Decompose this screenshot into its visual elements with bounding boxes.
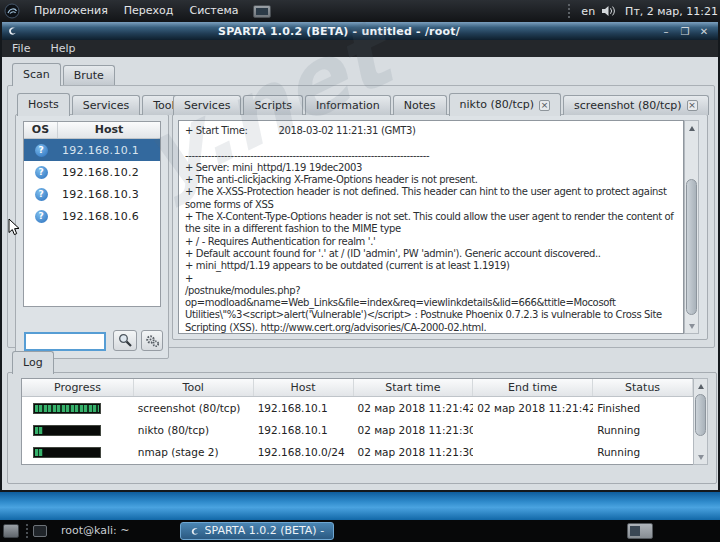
scroll-down-icon[interactable] bbox=[685, 319, 698, 333]
log-col-start[interactable]: Start time bbox=[354, 379, 474, 396]
taskbar-grip bbox=[26, 524, 29, 538]
screenshot-applet-icon[interactable] bbox=[253, 5, 271, 18]
menu-places[interactable]: Переход bbox=[116, 0, 182, 22]
log-scrollbar[interactable] bbox=[693, 378, 708, 465]
hosts-filter-input[interactable] bbox=[24, 332, 106, 351]
detail-scrollbar-thumb[interactable] bbox=[686, 179, 697, 315]
detail-scrollbar[interactable] bbox=[684, 120, 699, 334]
tab-brute-label: Brute bbox=[74, 66, 104, 85]
scroll-up-icon[interactable] bbox=[685, 121, 698, 135]
detail-panel: + Start Time: 2018-03-02 11:21:31 (GMT3)… bbox=[172, 114, 708, 340]
close-button[interactable]: ✕ bbox=[698, 26, 710, 37]
window-titlebar[interactable]: SPARTA 1.0.2 (BETA) - untitled - /root/ … bbox=[2, 22, 718, 40]
host-address: 192.168.10.1 bbox=[58, 144, 160, 157]
log-tabrow: Log bbox=[12, 350, 54, 374]
hosts-col-host[interactable]: Host bbox=[58, 122, 160, 138]
tab-scripts[interactable]: Scripts bbox=[243, 95, 303, 115]
os-unknown-icon: ? bbox=[35, 210, 48, 223]
tab-screenshot-label: screenshot (80/tcp) bbox=[574, 96, 681, 115]
mouse-cursor bbox=[8, 218, 21, 241]
tab-services-left[interactable]: Services bbox=[72, 95, 140, 115]
host-row[interactable]: ? 192.168.10.2 bbox=[24, 161, 160, 183]
tab-scan-label: Scan bbox=[23, 64, 50, 86]
log-panel: Progress Tool Host Start time End time S… bbox=[7, 372, 717, 484]
tab-hosts[interactable]: Hosts bbox=[17, 93, 70, 116]
log-start-time: 02 мар 2018 11:21:30 bbox=[354, 424, 474, 436]
tab-hosts-label: Hosts bbox=[28, 94, 59, 116]
filter-hosts-button[interactable] bbox=[113, 330, 137, 351]
menu-system[interactable]: Система bbox=[181, 0, 246, 22]
clock[interactable]: Пт, 2 мар, 11:21 bbox=[619, 5, 720, 18]
taskbar: root@kali: ~ SPARTA 1.0.2 (BETA) - untit… bbox=[0, 520, 720, 542]
screen: Приложения Переход Система en Пт, 2 мар,… bbox=[0, 0, 720, 542]
volume-icon[interactable] bbox=[602, 5, 616, 17]
host-row[interactable]: ? 192.168.10.1 bbox=[24, 139, 160, 161]
log-table-header[interactable]: Progress Tool Host Start time End time S… bbox=[22, 379, 693, 397]
minimize-button[interactable]: – bbox=[660, 26, 672, 37]
tab-log[interactable]: Log bbox=[12, 351, 54, 374]
log-row[interactable]: nikto (80/tcp) 192.168.10.1 02 мар 2018 … bbox=[22, 419, 693, 441]
scroll-down-icon[interactable] bbox=[694, 450, 707, 464]
log-col-end[interactable]: End time bbox=[473, 379, 593, 396]
menu-file[interactable]: File bbox=[2, 42, 40, 55]
host-actions-button[interactable] bbox=[141, 330, 163, 351]
log-tool: nikto (80/tcp) bbox=[134, 424, 254, 436]
progress-bar bbox=[33, 403, 101, 414]
keyboard-layout-indicator[interactable]: en bbox=[577, 5, 599, 18]
menu-help[interactable]: Help bbox=[40, 42, 85, 55]
tab-scan[interactable]: Scan bbox=[12, 63, 61, 86]
tab-scripts-label: Scripts bbox=[254, 96, 292, 115]
log-end-time: 02 мар 2018 11:21:42 bbox=[473, 402, 593, 414]
os-unknown-icon: ? bbox=[35, 166, 48, 179]
log-col-host[interactable]: Host bbox=[254, 379, 354, 396]
tab-brute[interactable]: Brute bbox=[63, 65, 115, 85]
tab-services[interactable]: Services bbox=[173, 95, 241, 115]
tab-nikto[interactable]: nikto (80/tcp) × bbox=[449, 93, 562, 116]
taskbar-item-terminal[interactable]: root@kali: ~ bbox=[53, 522, 138, 540]
host-row[interactable]: ? 192.168.10.3 bbox=[24, 183, 160, 205]
log-row[interactable]: nmap (stage 2) 192.168.10.0/24 02 мар 20… bbox=[22, 441, 693, 463]
show-desktop-icon[interactable] bbox=[3, 524, 19, 538]
log-col-progress[interactable]: Progress bbox=[22, 379, 134, 396]
log-host: 192.168.10.1 bbox=[254, 424, 354, 436]
tab-nikto-label: nikto (80/tcp) bbox=[460, 94, 535, 116]
terminal-window-icon[interactable] bbox=[33, 525, 47, 537]
log-row[interactable]: screenshot (80/tcp) 192.168.10.1 02 мар … bbox=[22, 397, 693, 419]
menubar: File Help bbox=[2, 40, 718, 57]
os-unknown-icon: ? bbox=[35, 188, 48, 201]
log-col-status[interactable]: Status bbox=[593, 379, 693, 396]
host-row[interactable]: ? 192.168.10.6 bbox=[24, 205, 160, 227]
close-tab-icon[interactable]: × bbox=[687, 100, 698, 111]
os-unknown-icon: ? bbox=[35, 144, 48, 157]
nikto-output-text: + Start Time: 2018-03-02 11:21:31 (GMT3)… bbox=[179, 121, 683, 334]
workspace-switcher[interactable] bbox=[627, 523, 653, 539]
log-host: 192.168.10.0/24 bbox=[254, 446, 354, 458]
hosts-col-os[interactable]: OS bbox=[24, 122, 58, 138]
log-col-tool[interactable]: Tool bbox=[134, 379, 254, 396]
nikto-output-area[interactable]: + Start Time: 2018-03-02 11:21:31 (GMT3)… bbox=[178, 120, 684, 334]
taskbar-item-sparta-label: SPARTA 1.0.2 (BETA) - untitl... bbox=[205, 522, 325, 540]
kali-menu-icon[interactable] bbox=[4, 3, 20, 19]
tab-screenshot[interactable]: screenshot (80/tcp) × bbox=[563, 95, 708, 115]
hosts-table-header[interactable]: OS Host bbox=[24, 122, 160, 139]
close-tab-icon[interactable]: × bbox=[539, 100, 550, 111]
tab-services-label: Services bbox=[184, 96, 230, 115]
window-title: SPARTA 1.0.2 (BETA) - untitled - /root/ bbox=[18, 25, 660, 38]
scroll-up-icon[interactable] bbox=[694, 379, 707, 393]
menu-applications[interactable]: Приложения bbox=[26, 0, 116, 22]
host-address: 192.168.10.3 bbox=[58, 188, 160, 201]
log-scrollbar-thumb[interactable] bbox=[695, 394, 706, 436]
applet-grip bbox=[568, 4, 572, 18]
log-table: Progress Tool Host Start time End time S… bbox=[21, 378, 693, 465]
sparta-app-icon bbox=[189, 526, 200, 537]
tab-notes-label: Notes bbox=[404, 96, 436, 115]
gears-icon bbox=[145, 334, 160, 348]
tab-notes[interactable]: Notes bbox=[393, 95, 447, 115]
log-host: 192.168.10.1 bbox=[254, 402, 354, 414]
log-status: Running bbox=[593, 446, 693, 458]
log-start-time: 02 мар 2018 11:21:30 bbox=[354, 446, 474, 458]
maximize-button[interactable]: ❐ bbox=[679, 26, 691, 37]
tab-information[interactable]: Information bbox=[305, 95, 391, 115]
taskbar-item-sparta[interactable]: SPARTA 1.0.2 (BETA) - untitl... bbox=[180, 522, 334, 540]
hosts-tabrow: Hosts Services Tools bbox=[17, 92, 191, 116]
